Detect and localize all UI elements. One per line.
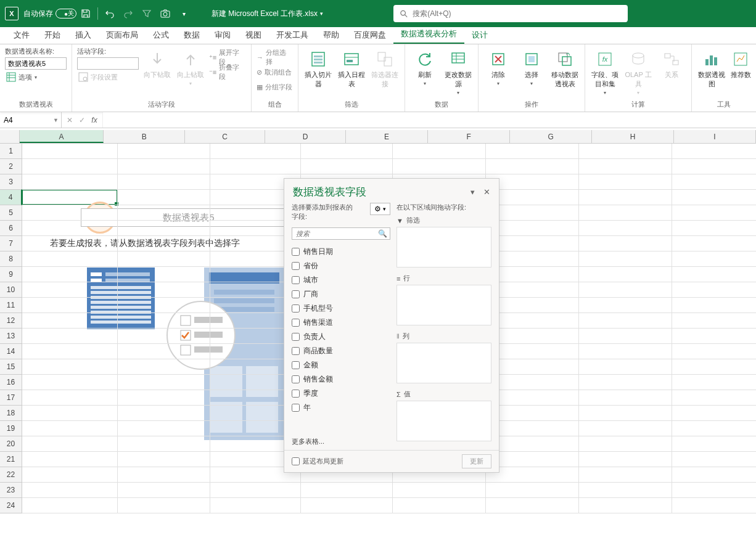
field-checkbox[interactable] — [292, 361, 300, 369]
row-header-4[interactable]: 4 — [0, 190, 22, 205]
row-header-8[interactable]: 8 — [0, 251, 22, 267]
undo-icon[interactable] — [102, 6, 118, 22]
cols-area[interactable] — [396, 343, 491, 383]
row-header-17[interactable]: 17 — [0, 390, 22, 406]
row-header-10[interactable]: 10 — [0, 282, 22, 298]
search-box[interactable] — [393, 5, 628, 22]
save-icon[interactable] — [78, 6, 94, 22]
field-item-销售金额[interactable]: 销售金额 — [292, 372, 390, 386]
column-header-C[interactable]: C — [185, 130, 265, 143]
column-header-G[interactable]: G — [510, 130, 592, 143]
row-header-15[interactable]: 15 — [0, 359, 22, 375]
insert-timeline-button[interactable]: 插入日程表 — [337, 47, 366, 89]
field-item-金额[interactable]: 金额 — [292, 358, 390, 372]
column-header-D[interactable]: D — [265, 130, 346, 143]
row-header-18[interactable]: 18 — [0, 406, 22, 421]
row-header-16[interactable]: 16 — [0, 375, 22, 390]
field-pane-close-icon[interactable]: ✕ — [483, 187, 490, 197]
update-button[interactable]: 更新 — [462, 454, 491, 468]
row-header-19[interactable]: 19 — [0, 421, 22, 436]
fx-icon[interactable]: fx — [89, 116, 100, 125]
filename[interactable]: 新建 Microsoft Excel 工作表.xlsx ▾ — [212, 9, 323, 19]
redo-icon[interactable] — [120, 6, 136, 22]
refresh-button[interactable]: 刷新▾ — [410, 47, 440, 86]
field-checkbox[interactable] — [292, 375, 300, 383]
field-item-商品数量[interactable]: 商品数量 — [292, 344, 390, 358]
field-checkbox[interactable] — [292, 276, 300, 284]
tab-开发工具[interactable]: 开发工具 — [269, 27, 316, 44]
fill-handle[interactable] — [115, 202, 118, 206]
qat-customize-icon[interactable]: ▾ — [176, 6, 192, 22]
tab-文件[interactable]: 文件 — [6, 27, 37, 44]
row-header-3[interactable]: 3 — [0, 174, 22, 190]
field-item-厂商[interactable]: 厂商 — [292, 287, 390, 301]
tab-数据透视表分析[interactable]: 数据透视表分析 — [393, 25, 464, 44]
column-header-F[interactable]: F — [428, 130, 510, 143]
fields-items-sets-button[interactable]: fx字段、项目和集▾ — [590, 47, 620, 96]
tab-开始[interactable]: 开始 — [37, 27, 68, 44]
field-pane-dropdown-icon[interactable]: ▾ — [470, 187, 475, 197]
field-checkbox[interactable] — [292, 347, 300, 355]
field-pane-gear-button[interactable]: ⚙▾ — [370, 203, 390, 215]
tab-页面布局[interactable]: 页面布局 — [99, 27, 146, 44]
field-checkbox[interactable] — [292, 390, 300, 398]
row-header-6[interactable]: 6 — [0, 221, 22, 236]
field-item-城市[interactable]: 城市 — [292, 273, 390, 287]
chevron-down-icon[interactable]: ▼ — [53, 117, 59, 123]
recommended-button[interactable]: 推荐数 — [730, 47, 751, 80]
field-checkbox[interactable] — [292, 304, 300, 312]
field-checkbox[interactable] — [292, 262, 300, 270]
row-header-13[interactable]: 13 — [0, 329, 22, 344]
tab-视图[interactable]: 视图 — [238, 27, 269, 44]
clear-button[interactable]: 清除▾ — [483, 47, 513, 86]
field-search-input[interactable] — [292, 227, 390, 240]
row-header-2[interactable]: 2 — [0, 159, 22, 174]
column-header-H[interactable]: H — [592, 130, 674, 143]
tab-百度网盘[interactable]: 百度网盘 — [347, 27, 393, 44]
column-header-I[interactable]: I — [674, 130, 756, 143]
field-search[interactable]: 🔍 — [292, 227, 390, 240]
pivotchart-button[interactable]: 数据透视图 — [697, 47, 726, 89]
pt-options-button[interactable]: 选项 ▾ — [5, 71, 38, 83]
change-datasource-button[interactable]: 更改数据源▾ — [443, 47, 473, 96]
field-item-年[interactable]: 年 — [292, 401, 390, 415]
row-header-20[interactable]: 20 — [0, 436, 22, 452]
field-item-季度[interactable]: 季度 — [292, 386, 390, 401]
field-item-销售渠道[interactable]: 销售渠道 — [292, 316, 390, 330]
row-header-12[interactable]: 12 — [0, 313, 22, 329]
row-header-5[interactable]: 5 — [0, 205, 22, 221]
defer-layout-checkbox[interactable]: 延迟布局更新 — [292, 457, 343, 466]
field-list[interactable]: 销售日期省份城市厂商手机型号销售渠道负责人商品数量金额销售金额季度年 — [292, 245, 390, 432]
field-checkbox[interactable] — [292, 290, 300, 298]
pt-name-input[interactable] — [5, 57, 67, 70]
row-header-22[interactable]: 22 — [0, 467, 22, 483]
formula-input[interactable] — [103, 112, 756, 128]
field-checkbox[interactable] — [292, 333, 300, 341]
insert-slicer-button[interactable]: 插入切片器 — [303, 47, 333, 89]
row-header-11[interactable]: 11 — [0, 298, 22, 313]
row-header-1[interactable]: 1 — [0, 144, 22, 159]
field-item-负责人[interactable]: 负责人 — [292, 330, 390, 344]
active-field-input[interactable] — [77, 57, 139, 70]
search-input[interactable] — [413, 9, 622, 18]
select-button[interactable]: 选择▾ — [517, 47, 546, 86]
rows-area[interactable] — [396, 285, 491, 325]
field-checkbox[interactable] — [292, 248, 300, 256]
field-checkbox[interactable] — [292, 319, 300, 327]
filter-icon[interactable] — [139, 6, 155, 22]
autosave-toggle[interactable]: 自动保存 ●关 — [23, 9, 76, 19]
row-header-21[interactable]: 21 — [0, 452, 22, 467]
move-pivottable-button[interactable]: 移动数据透视表 — [550, 47, 580, 89]
values-area[interactable] — [396, 401, 491, 441]
filter-area[interactable] — [396, 227, 491, 268]
tab-审阅[interactable]: 审阅 — [207, 27, 238, 44]
name-box[interactable]: A4 ▼ — [0, 112, 62, 128]
field-item-省份[interactable]: 省份 — [292, 259, 390, 273]
column-header-B[interactable]: B — [104, 130, 185, 143]
row-header-9[interactable]: 9 — [0, 267, 22, 282]
tab-帮助[interactable]: 帮助 — [316, 27, 347, 44]
pivottable-field-pane[interactable]: 数据透视表字段 ▾ ✕ 选择要添加到报表的字段: ⚙▾ 🔍 销售日期省份城市厂商… — [284, 178, 499, 473]
field-item-手机型号[interactable]: 手机型号 — [292, 301, 390, 316]
row-header-14[interactable]: 14 — [0, 344, 22, 359]
row-header-23[interactable]: 23 — [0, 483, 22, 498]
